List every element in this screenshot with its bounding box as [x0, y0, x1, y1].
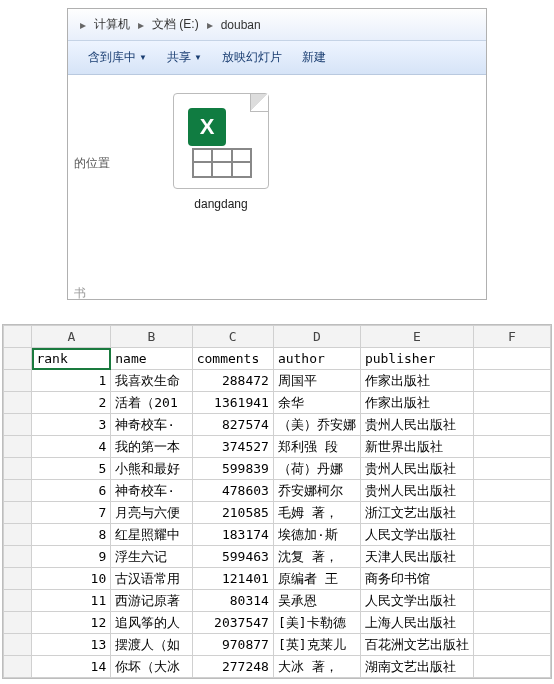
cell[interactable]: 天津人民出版社 — [360, 546, 473, 568]
cell[interactable]: 贵州人民出版社 — [360, 480, 473, 502]
row-header[interactable] — [4, 634, 32, 656]
cell[interactable] — [473, 480, 550, 502]
col-header-e[interactable]: E — [360, 326, 473, 348]
cell[interactable]: 作家出版社 — [360, 392, 473, 414]
cell[interactable] — [473, 656, 550, 678]
row-header[interactable] — [4, 546, 32, 568]
cell[interactable]: 活着（201 — [111, 392, 192, 414]
cell[interactable]: 4 — [32, 436, 111, 458]
cell[interactable]: 599463 — [192, 546, 273, 568]
cell[interactable]: 2037547 — [192, 612, 273, 634]
cell[interactable]: 你坏（大冰 — [111, 656, 192, 678]
cell[interactable]: 1 — [32, 370, 111, 392]
cell[interactable]: 2 — [32, 392, 111, 414]
cell[interactable]: 人民文学出版社 — [360, 590, 473, 612]
cell[interactable] — [473, 634, 550, 656]
cell[interactable]: 7 — [32, 502, 111, 524]
slideshow-button[interactable]: 放映幻灯片 — [212, 45, 292, 70]
include-in-library-button[interactable]: 含到库中 ▼ — [78, 45, 157, 70]
cell[interactable] — [473, 370, 550, 392]
cell[interactable]: name — [111, 348, 192, 370]
cell[interactable]: 12 — [32, 612, 111, 634]
row-header[interactable] — [4, 480, 32, 502]
cell[interactable]: 作家出版社 — [360, 370, 473, 392]
cell[interactable] — [473, 436, 550, 458]
col-header-c[interactable]: C — [192, 326, 273, 348]
col-header-f[interactable]: F — [473, 326, 550, 348]
cell[interactable]: 11 — [32, 590, 111, 612]
cell[interactable]: 我喜欢生命 — [111, 370, 192, 392]
cell[interactable]: 郑利强 段 — [273, 436, 360, 458]
cell[interactable]: （美）乔安娜 — [273, 414, 360, 436]
cell[interactable]: 277248 — [192, 656, 273, 678]
cell[interactable]: 小熊和最好 — [111, 458, 192, 480]
cell-selected[interactable]: rank — [32, 348, 111, 370]
cell[interactable] — [473, 348, 550, 370]
cell[interactable]: 西游记原著 — [111, 590, 192, 612]
cell[interactable]: publisher — [360, 348, 473, 370]
row-header[interactable] — [4, 370, 32, 392]
cell[interactable]: 乔安娜柯尔 — [273, 480, 360, 502]
cell[interactable]: 周国平 — [273, 370, 360, 392]
cell[interactable]: author — [273, 348, 360, 370]
cell[interactable]: 288472 — [192, 370, 273, 392]
cell[interactable]: 5 — [32, 458, 111, 480]
row-header[interactable] — [4, 392, 32, 414]
row-header[interactable] — [4, 348, 32, 370]
cell[interactable] — [473, 458, 550, 480]
cell[interactable]: 毛姆 著， — [273, 502, 360, 524]
cell[interactable]: 8 — [32, 524, 111, 546]
breadcrumb[interactable]: douban — [217, 18, 265, 32]
cell[interactable] — [473, 546, 550, 568]
cell[interactable]: 古汉语常用 — [111, 568, 192, 590]
cell[interactable] — [473, 568, 550, 590]
row-header[interactable] — [4, 656, 32, 678]
cell[interactable]: 新世界出版社 — [360, 436, 473, 458]
cell[interactable]: 摆渡人（如 — [111, 634, 192, 656]
col-header-a[interactable]: A — [32, 326, 111, 348]
cell[interactable]: 神奇校车· — [111, 414, 192, 436]
cell[interactable]: 827574 — [192, 414, 273, 436]
cell[interactable]: 大冰 著， — [273, 656, 360, 678]
cell[interactable] — [473, 502, 550, 524]
cell[interactable]: 吴承恩 — [273, 590, 360, 612]
files-pane[interactable]: X dangdang — [148, 75, 486, 285]
breadcrumb[interactable]: 计算机 — [90, 16, 134, 33]
cell[interactable]: 80314 — [192, 590, 273, 612]
cell[interactable]: 神奇校车· — [111, 480, 192, 502]
cell[interactable]: 6 — [32, 480, 111, 502]
cell[interactable]: 贵州人民出版社 — [360, 414, 473, 436]
corner-cell[interactable] — [4, 326, 32, 348]
cell[interactable] — [473, 590, 550, 612]
cell[interactable] — [473, 612, 550, 634]
cell[interactable]: 沈复 著， — [273, 546, 360, 568]
col-header-d[interactable]: D — [273, 326, 360, 348]
cell[interactable]: 121401 — [192, 568, 273, 590]
row-header[interactable] — [4, 458, 32, 480]
cell[interactable]: 13 — [32, 634, 111, 656]
cell[interactable]: 970877 — [192, 634, 273, 656]
cell[interactable] — [473, 414, 550, 436]
cell[interactable]: 浮生六记 — [111, 546, 192, 568]
cell[interactable]: 9 — [32, 546, 111, 568]
cell[interactable]: 183174 — [192, 524, 273, 546]
cell[interactable]: 1361941 — [192, 392, 273, 414]
cell[interactable]: 3 — [32, 414, 111, 436]
row-header[interactable] — [4, 590, 32, 612]
cell[interactable]: [美]卡勒德 — [273, 612, 360, 634]
row-header[interactable] — [4, 568, 32, 590]
row-header[interactable] — [4, 612, 32, 634]
share-button[interactable]: 共享 ▼ — [157, 45, 212, 70]
row-header[interactable] — [4, 414, 32, 436]
cell[interactable]: 商务印书馆 — [360, 568, 473, 590]
cell[interactable]: 埃德加·斯 — [273, 524, 360, 546]
cell[interactable]: 百花洲文艺出版社 — [360, 634, 473, 656]
cell[interactable]: 红星照耀中 — [111, 524, 192, 546]
row-header[interactable] — [4, 436, 32, 458]
cell[interactable]: 浙江文艺出版社 — [360, 502, 473, 524]
cell[interactable]: 湖南文艺出版社 — [360, 656, 473, 678]
cell[interactable]: 人民文学出版社 — [360, 524, 473, 546]
cell[interactable]: 余华 — [273, 392, 360, 414]
new-button[interactable]: 新建 — [292, 45, 336, 70]
col-header-b[interactable]: B — [111, 326, 192, 348]
